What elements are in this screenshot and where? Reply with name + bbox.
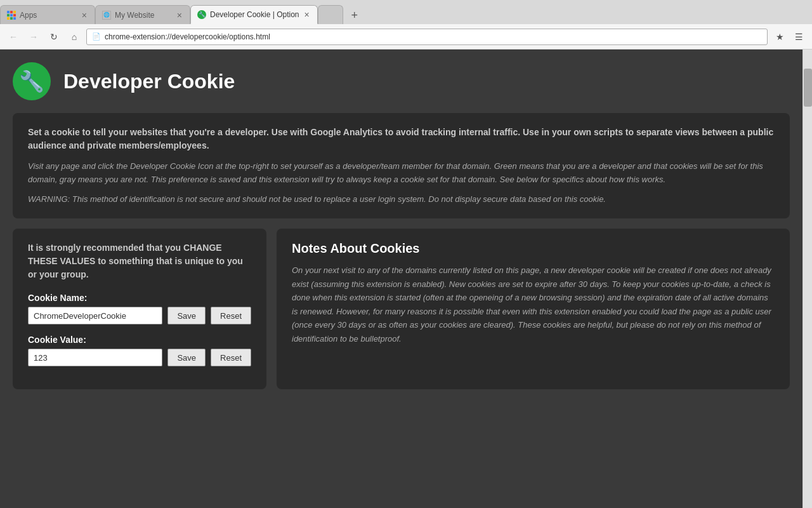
tab-developer-cookie-label: Developer Cookie | Option <box>210 10 299 19</box>
extensions-button[interactable]: ★ <box>771 29 788 45</box>
scrollbar-thumb[interactable] <box>804 69 812 107</box>
cookie-name-label: Cookie Name: <box>28 293 251 303</box>
tab-apps-label: Apps <box>20 11 77 20</box>
cookie-value-row: Save Reset <box>28 349 251 366</box>
tab-my-website-label: My Website <box>115 11 172 20</box>
cookie-value-reset-button[interactable]: Reset <box>211 349 251 366</box>
cookie-favicon-icon: 🔧 <box>197 10 206 19</box>
description-detail: Visit any page and click the Developer C… <box>28 160 775 187</box>
tab-apps-close[interactable]: × <box>81 10 88 20</box>
reload-button[interactable]: ↻ <box>46 29 62 45</box>
settings-box: It is strongly recommended that you CHAN… <box>13 229 266 389</box>
toolbar: ← → ↻ ⌂ 📄 chrome-extension://developerco… <box>0 24 812 50</box>
ext-logo: 🔧 <box>13 62 51 100</box>
back-button[interactable]: ← <box>5 29 22 45</box>
page-content: 🔧 Developer Cookie Set a cookie to tell … <box>0 50 802 508</box>
description-box: Set a cookie to tell your websites that … <box>13 113 790 218</box>
tab-developer-cookie[interactable]: 🔧 Developer Cookie | Option × <box>190 5 318 24</box>
ext-header: 🔧 Developer Cookie <box>13 62 790 100</box>
address-icon: 📄 <box>92 32 101 41</box>
tab-placeholder <box>318 5 343 24</box>
home-button[interactable]: ⌂ <box>66 29 82 45</box>
description-warning: WARNING: This method of identification i… <box>28 193 775 206</box>
extension-content: 🔧 Developer Cookie Set a cookie to tell … <box>0 50 802 508</box>
notes-text: On your next visit to any of the domains… <box>292 264 775 345</box>
address-bar[interactable]: 📄 chrome-extension://developercookie/opt… <box>86 29 768 45</box>
tab-my-website[interactable]: 🌐 My Website × <box>95 5 190 24</box>
page-favicon-icon: 🌐 <box>102 11 111 20</box>
description-main: Set a cookie to tell your websites that … <box>28 126 775 152</box>
cookie-name-row: Save Reset <box>28 307 251 324</box>
bottom-row: It is strongly recommended that you CHAN… <box>13 229 790 389</box>
apps-grid-icon <box>7 11 16 20</box>
scrollbar[interactable] <box>802 50 812 508</box>
wrench-icon: 🔧 <box>19 69 44 93</box>
address-text: chrome-extension://developercookie/optio… <box>105 32 762 41</box>
cookie-name-save-button[interactable]: Save <box>167 307 206 324</box>
notes-title: Notes About Cookies <box>292 241 775 256</box>
toolbar-right: ★ ☰ <box>771 29 807 45</box>
notes-box: Notes About Cookies On your next visit t… <box>277 229 790 389</box>
tab-developer-cookie-close[interactable]: × <box>303 10 311 20</box>
forward-button[interactable]: → <box>25 29 42 45</box>
cookie-value-save-button[interactable]: Save <box>167 349 206 366</box>
page-area: 🔧 Developer Cookie Set a cookie to tell … <box>0 50 812 508</box>
ext-title: Developer Cookie <box>63 70 235 93</box>
tab-my-website-close[interactable]: × <box>176 10 183 20</box>
menu-button[interactable]: ☰ <box>790 29 807 45</box>
cookie-name-reset-button[interactable]: Reset <box>211 307 251 324</box>
cookie-value-input[interactable] <box>28 349 162 366</box>
settings-recommend-text: It is strongly recommended that you CHAN… <box>28 241 251 281</box>
cookie-value-label: Cookie Value: <box>28 335 251 345</box>
tab-bar: Apps × 🌐 My Website × 🔧 Developer Cookie… <box>0 0 812 24</box>
new-tab-button[interactable]: + <box>346 6 363 24</box>
cookie-name-input[interactable] <box>28 307 162 324</box>
tab-apps[interactable]: Apps × <box>0 5 95 24</box>
